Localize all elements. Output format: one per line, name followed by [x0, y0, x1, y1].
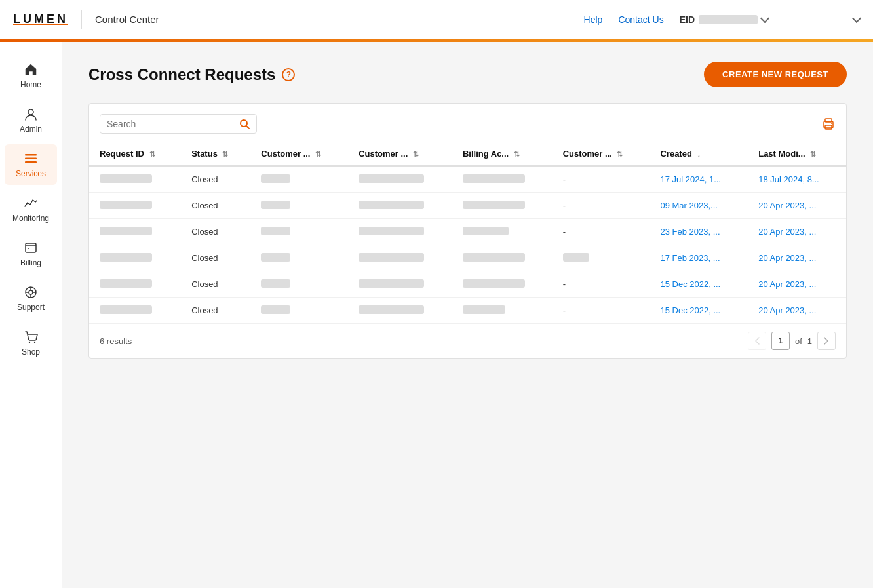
page-title-area: Cross Connect Requests ? [88, 66, 295, 84]
eid-chevron-icon[interactable] [760, 13, 769, 22]
sidebar-label-admin: Admin [20, 125, 42, 134]
sort-icon-customer3: ⇅ [617, 150, 623, 159]
cell-status: Closed [181, 245, 250, 271]
cell-customer2 [348, 219, 452, 245]
sidebar-item-billing[interactable]: Billing [5, 233, 57, 274]
sidebar-item-admin[interactable]: Admin [5, 100, 57, 140]
header-right: Help Contact Us EID [584, 14, 860, 25]
sort-icon-created: ↓ [697, 150, 701, 158]
request-id-link[interactable] [100, 305, 152, 314]
sort-icon-last-modified: ⇅ [810, 150, 816, 159]
request-id-link[interactable] [100, 279, 152, 288]
cell-last-modified: 20 Apr 2023, ... [748, 219, 846, 245]
cell-customer1 [250, 193, 348, 219]
table-body: Closed -17 Jul 2024, 1...18 Jul 2024, 8.… [89, 166, 846, 324]
cell-customer3: - [553, 166, 650, 193]
cell-customer1 [250, 298, 348, 324]
cell-request-id[interactable] [89, 193, 181, 219]
cell-last-modified: 18 Jul 2024, 8... [748, 166, 846, 193]
sidebar-item-home[interactable]: Home [5, 55, 57, 96]
cell-customer2 [348, 298, 452, 324]
svg-rect-18 [825, 119, 832, 122]
svg-rect-19 [825, 125, 832, 129]
cell-billing [452, 298, 553, 324]
cell-customer2 [348, 245, 452, 271]
cell-status: Closed [181, 219, 250, 245]
cell-customer3: - [553, 298, 650, 324]
request-id-link[interactable] [100, 201, 152, 209]
cell-billing [452, 271, 553, 298]
cell-customer1 [250, 166, 348, 193]
cell-customer1 [250, 271, 348, 298]
search-input[interactable] [107, 119, 239, 129]
cell-request-id[interactable] [89, 271, 181, 298]
shop-icon [23, 329, 39, 345]
cell-request-id[interactable] [89, 298, 181, 324]
sidebar: Home Admin Services [0, 42, 62, 588]
cell-request-id[interactable] [89, 245, 181, 271]
page-1-button[interactable]: 1 [771, 332, 790, 350]
cell-created: 15 Dec 2022, ... [650, 271, 748, 298]
print-icon[interactable] [821, 117, 836, 131]
user-value [784, 14, 849, 25]
cell-customer3: - [553, 193, 650, 219]
page-header: Cross Connect Requests ? CREATE NEW REQU… [88, 62, 847, 87]
request-id-link[interactable] [100, 227, 152, 235]
create-new-request-button[interactable]: CREATE NEW REQUEST [704, 62, 847, 87]
sidebar-item-support[interactable]: Support [5, 278, 57, 319]
cell-created: 17 Jul 2024, 1... [650, 166, 748, 193]
cell-customer3 [553, 245, 650, 271]
col-customer1[interactable]: Customer ... ⇅ [250, 142, 348, 167]
logo: LUMEN [13, 12, 68, 26]
sidebar-label-billing: Billing [20, 258, 41, 267]
cell-status: Closed [181, 298, 250, 324]
admin-icon [23, 106, 39, 122]
svg-rect-4 [26, 243, 36, 252]
svg-point-13 [29, 342, 30, 343]
cell-request-id[interactable] [89, 166, 181, 193]
col-last-modified[interactable]: Last Modi... ⇅ [748, 142, 846, 167]
svg-rect-3 [25, 161, 37, 163]
svg-line-16 [246, 126, 249, 128]
sidebar-item-monitoring[interactable]: Monitoring [5, 189, 57, 229]
request-id-link[interactable] [100, 253, 152, 262]
help-link[interactable]: Help [584, 14, 603, 25]
svg-point-14 [34, 342, 35, 343]
cell-status: Closed [181, 166, 250, 193]
col-created[interactable]: Created ↓ [650, 142, 748, 167]
col-billing[interactable]: Billing Ac... ⇅ [452, 142, 553, 167]
col-customer2[interactable]: Customer ... ⇅ [348, 142, 452, 167]
table-card: Request ID ⇅ Status ⇅ Customer ... ⇅ Cus… [88, 103, 847, 359]
services-icon [23, 151, 39, 167]
cell-customer2 [348, 271, 452, 298]
table-toolbar [89, 104, 846, 142]
search-button[interactable] [239, 119, 250, 129]
table-header-row: Request ID ⇅ Status ⇅ Customer ... ⇅ Cus… [89, 142, 846, 167]
search-box [100, 114, 257, 134]
help-tooltip-icon[interactable]: ? [282, 68, 295, 81]
sidebar-item-services[interactable]: Services [5, 144, 57, 185]
col-request-id[interactable]: Request ID ⇅ [89, 142, 181, 167]
eid-section: EID [680, 14, 768, 25]
cell-last-modified: 20 Apr 2023, ... [748, 193, 846, 219]
next-page-button[interactable] [817, 332, 836, 350]
prev-page-button[interactable] [748, 332, 766, 350]
user-chevron-icon[interactable] [852, 13, 861, 22]
cell-last-modified: 20 Apr 2023, ... [748, 245, 846, 271]
table-row: Closed -15 Dec 2022, ...20 Apr 2023, ... [89, 271, 846, 298]
cell-customer3: - [553, 219, 650, 245]
sidebar-label-home: Home [20, 80, 41, 89]
sidebar-label-services: Services [16, 169, 46, 178]
sidebar-label-support: Support [17, 303, 45, 312]
request-id-link[interactable] [100, 174, 152, 183]
cell-request-id[interactable] [89, 219, 181, 245]
contact-link[interactable]: Contact Us [618, 14, 663, 25]
col-status[interactable]: Status ⇅ [181, 142, 250, 167]
col-customer3[interactable]: Customer ... ⇅ [553, 142, 650, 167]
cell-created: 09 Mar 2023,... [650, 193, 748, 219]
sidebar-item-shop[interactable]: Shop [5, 323, 57, 363]
pagination-row: 6 results 1 of 1 [89, 324, 846, 358]
cell-status: Closed [181, 271, 250, 298]
cell-customer1 [250, 219, 348, 245]
table-row: Closed 17 Feb 2023, ...20 Apr 2023, ... [89, 245, 846, 271]
